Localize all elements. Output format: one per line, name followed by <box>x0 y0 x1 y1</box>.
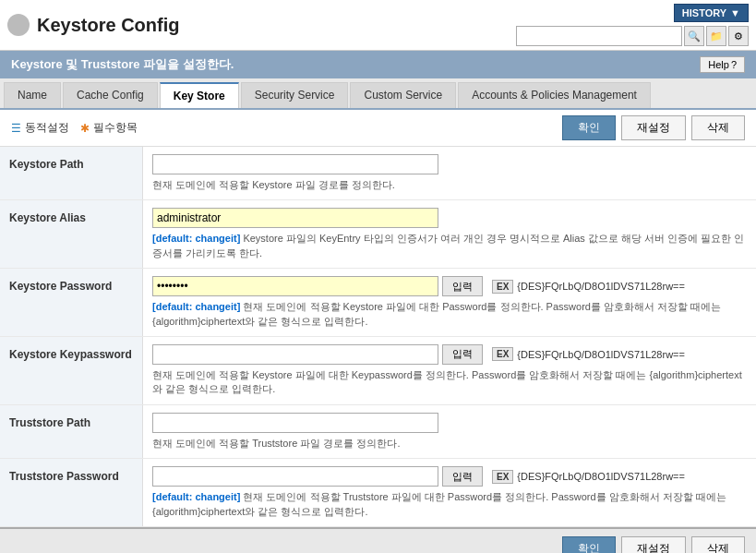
keystore-keypassword-enc-display: EX {DES}FQrLbQ/D8O1lDVS71L28rw== <box>492 347 685 361</box>
truststore-password-row: Truststore Password 입력 EX {DES}FQrLbQ/D8… <box>0 459 756 527</box>
keystore-keypassword-input-area: 입력 EX {DES}FQrLbQ/D8O1lDVS71L28rw== <box>152 344 747 365</box>
truststore-password-input-area: 입력 EX {DES}FQrLbQ/D8O1lDVS71L28rw== <box>152 466 747 487</box>
keystore-path-input[interactable] <box>152 154 438 174</box>
reset-button[interactable]: 재설정 <box>621 115 686 140</box>
truststore-password-content: 입력 EX {DES}FQrLbQ/D8O1lDVS71L28rw== [def… <box>143 459 756 526</box>
keystore-keypassword-row: Keystore Keypassword 입력 EX {DES}FQrLbQ/D… <box>0 337 756 405</box>
keystore-path-label: Keystore Path <box>0 147 143 199</box>
truststore-path-desc: 현재 도메인에 적용할 Truststore 파일 경로를 정의한다. <box>152 437 747 451</box>
truststore-password-label: Truststore Password <box>0 459 143 526</box>
tab-bar: Name Cache Config Key Store Security Ser… <box>0 78 756 110</box>
top-right-area: HISTORY ▼ 🔍 📁 ⚙ <box>516 4 749 46</box>
truststore-path-row: Truststore Path 현재 도메인에 적용할 Truststore 파… <box>0 405 756 459</box>
truststore-path-label: Truststore Path <box>0 405 143 458</box>
help-button[interactable]: Help ? <box>700 56 745 73</box>
page-title: Keystore Config <box>37 15 179 36</box>
keystore-keypassword-input[interactable] <box>152 344 438 365</box>
bottom-toolbar: 확인 재설정 삭제 <box>0 527 756 553</box>
truststore-password-enc-text: {DES}FQrLbQ/D8O1lDVS71L28rw== <box>517 471 685 482</box>
required-item[interactable]: ✱ 필수항목 <box>80 120 138 136</box>
toolbar-right: 확인 재설정 삭제 <box>562 115 745 140</box>
desc-text: Keystore 및 Truststore 파일을 설정한다. <box>11 56 234 73</box>
tab-cache-config[interactable]: Cache Config <box>63 82 158 108</box>
keystore-alias-label: Keystore Alias <box>0 200 143 268</box>
keystore-keypassword-enc-text: {DES}FQrLbQ/D8O1lDVS71L28rw== <box>517 349 685 360</box>
keystore-password-label: Keystore Password <box>0 269 143 336</box>
truststore-password-enc-display: EX {DES}FQrLbQ/D8O1lDVS71L28rw== <box>492 470 685 484</box>
keystore-password-input[interactable] <box>152 276 438 296</box>
keystore-password-row: Keystore Password 입력 EX {DES}FQrLbQ/D8O1… <box>0 269 756 337</box>
keystore-keypassword-input-button[interactable]: 입력 <box>442 344 483 365</box>
settings-button[interactable]: ⚙ <box>728 26 749 46</box>
keystore-password-input-area: 입력 EX {DES}FQrLbQ/D8O1lDVS71L28rw== <box>152 276 747 296</box>
tab-security-service[interactable]: Security Service <box>241 82 349 108</box>
action-toolbar: ☰ 동적설정 ✱ 필수항목 확인 재설정 삭제 <box>0 110 756 147</box>
keystore-password-content: 입력 EX {DES}FQrLbQ/D8O1lDVS71L28rw== [def… <box>143 269 756 336</box>
keystore-alias-content: [default: changeit] Keystore 파일의 KeyEntr… <box>143 200 756 268</box>
tab-custom-service[interactable]: Custom Service <box>350 82 456 108</box>
truststore-password-input[interactable] <box>152 466 438 487</box>
enc-icon: EX <box>492 280 513 294</box>
bottom-confirm-button[interactable]: 확인 <box>562 536 616 553</box>
truststore-password-input-button[interactable]: 입력 <box>442 466 483 487</box>
bottom-reset-button[interactable]: 재설정 <box>621 536 686 553</box>
keystore-password-enc-display: EX {DES}FQrLbQ/D8O1lDVS71L28rw== <box>492 280 685 294</box>
folder-button[interactable]: 📁 <box>706 26 726 46</box>
search-button[interactable]: 🔍 <box>684 26 704 46</box>
chevron-down-icon: ▼ <box>730 7 740 18</box>
keystore-keypassword-desc: 현재 도메인에 적용할 Keystore 파일에 대한 Keypassword를… <box>152 368 747 397</box>
search-area: 🔍 📁 ⚙ <box>516 26 749 46</box>
keystore-path-row: Keystore Path 현재 도메인에 적용할 Keystore 파일 경로… <box>0 147 756 200</box>
logo-circle <box>7 14 30 36</box>
asterisk-icon: ✱ <box>80 122 90 135</box>
keystore-alias-input[interactable] <box>152 208 438 228</box>
enc-icon-3: EX <box>492 470 513 484</box>
enc-icon-2: EX <box>492 347 513 361</box>
content-area: Keystore Path 현재 도메인에 적용할 Keystore 파일 경로… <box>0 147 756 527</box>
history-button[interactable]: HISTORY ▼ <box>674 4 749 22</box>
keystore-path-desc: 현재 도메인에 적용할 Keystore 파일 경로를 정의한다. <box>152 178 747 192</box>
keystore-alias-desc: [default: changeit] Keystore 파일의 KeyEntr… <box>152 232 747 260</box>
tab-name[interactable]: Name <box>4 82 61 108</box>
keystore-password-input-button[interactable]: 입력 <box>442 276 483 296</box>
bottom-delete-button[interactable]: 삭제 <box>691 536 745 553</box>
truststore-password-desc: [default: changeit] 현재 도메인에 적용할 Truststo… <box>152 490 747 519</box>
keystore-password-enc-text: {DES}FQrLbQ/D8O1lDVS71L28rw== <box>517 281 685 292</box>
confirm-button[interactable]: 확인 <box>562 115 616 140</box>
keystore-alias-row: Keystore Alias [default: changeit] Keyst… <box>0 200 756 269</box>
desc-bar: Keystore 및 Truststore 파일을 설정한다. Help ? <box>0 51 756 78</box>
truststore-path-input[interactable] <box>152 413 438 433</box>
keystore-keypassword-label: Keystore Keypassword <box>0 337 143 404</box>
search-input[interactable] <box>516 26 682 46</box>
list-icon: ☰ <box>11 122 21 135</box>
tab-accounts-policies[interactable]: Accounts & Policies Management <box>458 82 651 108</box>
question-icon: ? <box>731 59 737 70</box>
delete-button[interactable]: 삭제 <box>691 115 745 140</box>
top-bar: Keystore Config HISTORY ▼ 🔍 📁 ⚙ <box>0 0 756 51</box>
keystore-path-content: 현재 도메인에 적용할 Keystore 파일 경로를 정의한다. <box>143 147 756 199</box>
truststore-path-content: 현재 도메인에 적용할 Truststore 파일 경로를 정의한다. <box>143 405 756 458</box>
keystore-keypassword-content: 입력 EX {DES}FQrLbQ/D8O1lDVS71L28rw== 현재 도… <box>143 337 756 404</box>
dynamic-setting-item[interactable]: ☰ 동적설정 <box>11 120 69 136</box>
toolbar-left: ☰ 동적설정 ✱ 필수항목 <box>11 120 138 136</box>
keystore-password-desc: [default: changeit] 현재 도메인에 적용할 Keystore… <box>152 300 747 329</box>
tab-key-store[interactable]: Key Store <box>160 82 239 108</box>
